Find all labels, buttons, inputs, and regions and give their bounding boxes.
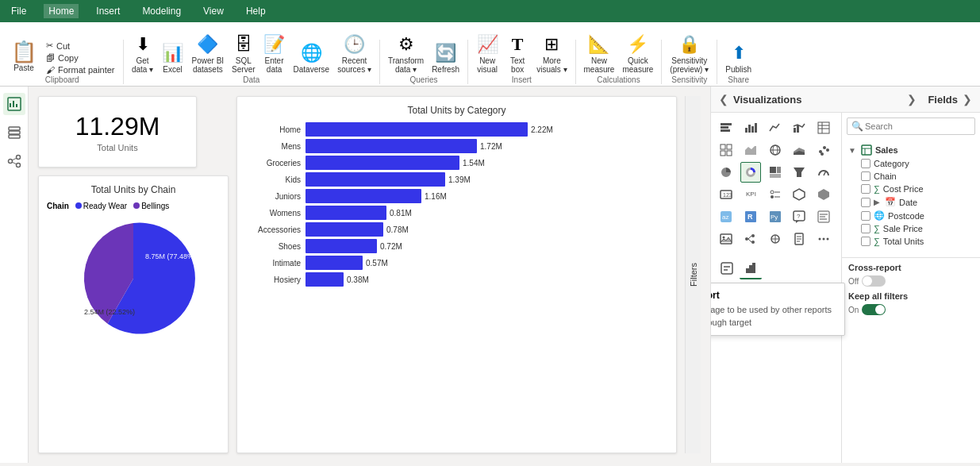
- keep-filters-toggle[interactable]: On: [848, 304, 886, 315]
- quick-measure-button[interactable]: ⚡ Quickmeasure: [619, 33, 656, 75]
- viz-paginated[interactable]: [789, 229, 809, 249]
- viz-r-script[interactable]: R: [740, 206, 761, 227]
- format-painter-button[interactable]: 🖌 Format painter: [43, 64, 118, 75]
- fields-group-header-sales[interactable]: ▼ Sales: [848, 143, 974, 157]
- viz-map[interactable]: [765, 140, 786, 160]
- fields-item-sale-price[interactable]: ∑ Sale Price: [848, 222, 974, 235]
- viz-slicer[interactable]: [765, 184, 786, 205]
- fields-item-date[interactable]: ▶ 📅 Date: [848, 195, 974, 209]
- viz-donut[interactable]: [740, 162, 761, 183]
- sale-price-checkbox[interactable]: [861, 224, 870, 233]
- date-expand-icon[interactable]: ▶: [874, 198, 880, 206]
- viz-funnel[interactable]: [789, 162, 809, 183]
- viz-decomp-tree[interactable]: [740, 229, 761, 249]
- new-measure-button[interactable]: 📐 Newmeasure: [581, 33, 618, 75]
- viz-shape-map[interactable]: [789, 184, 809, 205]
- refresh-button[interactable]: 🔄 Refresh: [429, 41, 463, 75]
- viz-python[interactable]: Py: [765, 206, 786, 227]
- nav-report[interactable]: [3, 93, 25, 115]
- fields-expand-arrow[interactable]: ❯: [961, 91, 974, 107]
- viz-qna[interactable]: ?: [789, 206, 809, 227]
- format-tab[interactable]: [716, 257, 738, 279]
- viz-scatter[interactable]: [813, 140, 834, 160]
- bar-intimate: [306, 256, 363, 270]
- cost-price-checkbox[interactable]: [861, 184, 870, 194]
- pie-chart-card[interactable]: Total Units by Chain Chain Ready Wear Be…: [38, 175, 229, 453]
- text-box-button[interactable]: T Textbox: [503, 33, 532, 75]
- publish-button[interactable]: ⬆ Publish: [722, 41, 755, 75]
- postcode-checkbox[interactable]: [861, 211, 870, 221]
- menu-file[interactable]: File: [6, 4, 31, 18]
- viz-treemap[interactable]: [765, 162, 786, 183]
- fields-search-input[interactable]: [847, 117, 975, 135]
- viz-stacked-bar[interactable]: [716, 117, 736, 138]
- sql-icon: 🗄: [235, 34, 252, 55]
- viz-azure-map[interactable]: az: [716, 206, 736, 227]
- viz-stacked-area[interactable]: [789, 140, 809, 160]
- nav-data[interactable]: [3, 121, 25, 144]
- viz-smart-narrative[interactable]: [813, 206, 834, 227]
- category-checkbox[interactable]: [861, 159, 870, 168]
- recent-sources-button[interactable]: 🕒 Recentsources ▾: [334, 33, 375, 75]
- divider2: [379, 40, 380, 84]
- viz-more[interactable]: [813, 229, 834, 249]
- viz-kpi[interactable]: KPI: [740, 184, 761, 205]
- viz-card[interactable]: 123: [716, 184, 736, 205]
- viz-image[interactable]: [716, 229, 736, 249]
- transform-icon: ⚙: [398, 34, 414, 55]
- menu-modeling[interactable]: Modeling: [137, 4, 186, 18]
- fields-item-category[interactable]: Category: [848, 157, 974, 170]
- keep-filters-track[interactable]: [862, 304, 886, 315]
- new-visual-button[interactable]: 📈 Newvisual: [473, 33, 502, 75]
- viz-key-influencers[interactable]: [765, 229, 786, 249]
- paste-button[interactable]: 📋 Paste: [6, 38, 41, 75]
- keep-filters-on-label: On: [848, 306, 859, 314]
- total-units-checkbox[interactable]: [861, 237, 870, 246]
- viz-bar-chart[interactable]: [740, 117, 761, 138]
- bar-row-hosiery: Hosiery 0.38M: [245, 272, 668, 287]
- format-build-tabs: [711, 254, 841, 283]
- date-checkbox[interactable]: [861, 198, 870, 207]
- viz-combo-chart[interactable]: [789, 117, 809, 138]
- fields-item-chain[interactable]: Chain: [848, 170, 974, 183]
- kpi-card[interactable]: 11.29M Total Units: [38, 96, 197, 168]
- copy-button[interactable]: 🗐 Copy: [43, 52, 118, 64]
- menu-insert[interactable]: Insert: [91, 4, 125, 18]
- sql-server-button[interactable]: 🗄 SQLServer: [229, 33, 258, 75]
- viz-area-chart[interactable]: [740, 140, 761, 160]
- excel-button[interactable]: 📊 Excel: [159, 41, 187, 75]
- filters-panel[interactable]: Filters: [685, 96, 701, 453]
- nav-model[interactable]: [3, 150, 25, 172]
- fields-item-cost-price[interactable]: ∑ Cost Price: [848, 183, 974, 195]
- power-bi-datasets-button[interactable]: 🔷 Power BIdatasets: [189, 33, 228, 75]
- bar-row-groceries: Groceries 1.54M: [245, 156, 668, 170]
- bar-label-groceries: Groceries: [245, 159, 301, 168]
- cross-report-off-toggle[interactable]: Off: [848, 275, 886, 287]
- fields-item-postcode[interactable]: 🌐 Postcode: [848, 209, 974, 222]
- build-tab[interactable]: [740, 257, 762, 279]
- next-arrow[interactable]: ❯: [905, 91, 918, 107]
- menu-help[interactable]: Help: [241, 4, 271, 18]
- menu-home[interactable]: Home: [44, 4, 79, 18]
- viz-matrix[interactable]: [716, 140, 736, 160]
- dataverse-button[interactable]: 🌐 Dataverse: [290, 41, 333, 75]
- data-group: ⬇ Getdata ▾ 📊 Excel 🔷 Power BIdatasets 🗄…: [129, 33, 375, 84]
- more-visuals-button[interactable]: ⊞ Morevisuals ▾: [533, 33, 570, 75]
- viz-filled-map[interactable]: [813, 184, 834, 205]
- viz-gauge[interactable]: [813, 162, 834, 183]
- menu-view[interactable]: View: [198, 4, 229, 18]
- transform-data-button[interactable]: ⚙ Transformdata ▾: [385, 33, 427, 75]
- cut-button[interactable]: ✂ Cut: [43, 40, 118, 52]
- viz-pie-chart[interactable]: [716, 162, 736, 183]
- prev-arrow[interactable]: ❮: [717, 91, 730, 107]
- enter-data-button[interactable]: 📝 Enterdata: [260, 33, 289, 75]
- get-data-button[interactable]: ⬇ Getdata ▾: [129, 33, 157, 75]
- viz-line-chart[interactable]: [765, 117, 786, 138]
- viz-table[interactable]: [813, 117, 834, 138]
- bar-row-mens: Mens 1.72M: [245, 139, 668, 153]
- chain-checkbox[interactable]: [861, 171, 870, 181]
- bar-chart-card[interactable]: Total Units by Category Home 2.22M Mens …: [236, 96, 677, 453]
- cross-report-off-track[interactable]: [862, 275, 886, 287]
- sensitivity-button[interactable]: 🔒 Sensitivity(preview) ▾: [667, 33, 712, 75]
- fields-item-total-units[interactable]: ∑ Total Units: [848, 235, 974, 248]
